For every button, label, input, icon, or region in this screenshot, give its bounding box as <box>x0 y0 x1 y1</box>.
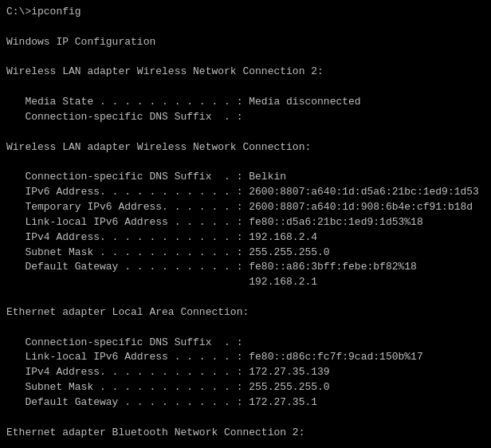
terminal-line: Default Gateway . . . . . . . . . : 172.… <box>6 395 485 411</box>
terminal-line: Default Gateway . . . . . . . . . : fe80… <box>6 260 485 275</box>
terminal-line: Temporary IPv6 Address. . . . . . : 2600… <box>6 200 485 215</box>
terminal-window: C:\>ipconfig Windows IP Configuration Wi… <box>6 5 485 448</box>
terminal-line: Windows IP Configuration <box>6 35 485 50</box>
terminal-line: Connection-specific DNS Suffix . : <box>6 336 485 351</box>
terminal-line: 192.168.2.1 <box>6 275 485 290</box>
terminal-line <box>6 320 485 336</box>
terminal-line <box>6 20 485 35</box>
terminal-line <box>6 440 485 448</box>
terminal-line: Wireless LAN adapter Wireless Network Co… <box>6 140 485 155</box>
terminal-line: Link-local IPv6 Address . . . . . : fe80… <box>6 215 485 230</box>
terminal-line: Connection-specific DNS Suffix . : Belki… <box>6 170 485 185</box>
terminal-line <box>6 411 485 426</box>
terminal-line <box>6 50 485 65</box>
terminal-line <box>6 290 485 305</box>
terminal-line: Wireless LAN adapter Wireless Network Co… <box>6 65 485 80</box>
terminal-line: C:\>ipconfig <box>6 5 485 20</box>
terminal-line: Ethernet adapter Local Area Connection: <box>6 305 485 320</box>
terminal-line: Link-local IPv6 Address . . . . . : fe80… <box>6 350 485 365</box>
terminal-line: IPv4 Address. . . . . . . . . . . : 172.… <box>6 365 485 380</box>
terminal-line: Media State . . . . . . . . . . . : Medi… <box>6 95 485 110</box>
terminal-line: Subnet Mask . . . . . . . . . . . : 255.… <box>6 380 485 395</box>
terminal-line: Subnet Mask . . . . . . . . . . . : 255.… <box>6 246 485 261</box>
terminal-line: IPv4 Address. . . . . . . . . . . : 192.… <box>6 230 485 246</box>
terminal-line <box>6 125 485 140</box>
terminal-line <box>6 80 485 95</box>
terminal-line: Connection-specific DNS Suffix . : <box>6 110 485 125</box>
terminal-line: IPv6 Address. . . . . . . . . . . : 2600… <box>6 185 485 200</box>
terminal-line: Ethernet adapter Bluetooth Network Conne… <box>6 426 485 441</box>
terminal-line <box>6 155 485 170</box>
